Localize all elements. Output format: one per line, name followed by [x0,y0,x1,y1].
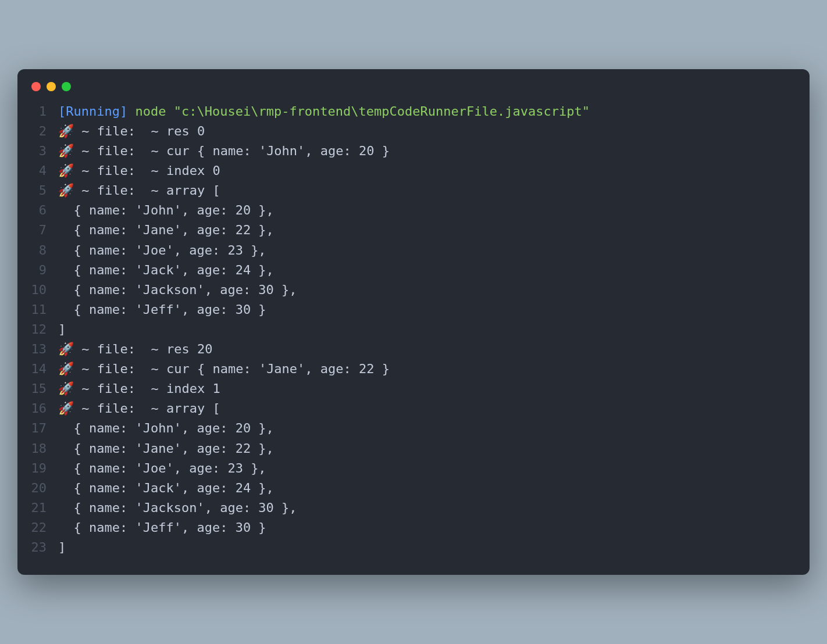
code-line: ] [58,538,590,557]
line-number: 16 [29,399,47,418]
code-line: { name: 'Jane', age: 22 }, [58,439,590,459]
code-line: { name: 'John', age: 20 }, [58,418,590,438]
line-number: 14 [29,359,47,379]
command-name: node [135,104,166,119]
code-line: 🚀 ~ file: ~ res 20 [58,339,590,359]
line-number: 13 [29,339,47,359]
line-number: 9 [29,260,47,280]
code-line: { name: 'John', age: 20 }, [58,201,590,220]
code-line: { name: 'Jack', age: 24 }, [58,478,590,498]
maximize-icon[interactable] [62,82,71,91]
code-line: { name: 'Jeff', age: 30 } [58,300,590,320]
line-number: 1 [29,102,47,121]
code-line: 🚀 ~ file: ~ array [ [58,181,590,201]
line-number: 19 [29,459,47,478]
line-number: 23 [29,538,47,557]
window-controls [17,82,810,102]
line-number: 11 [29,300,47,320]
code-line: 🚀 ~ file: ~ index 1 [58,379,590,399]
code-line: ] [58,320,590,339]
line-number: 6 [29,201,47,220]
line-number: 4 [29,161,47,181]
line-number: 18 [29,439,47,459]
line-number: 10 [29,280,47,300]
code-line: 🚀 ~ file: ~ cur { name: 'Jane', age: 22 … [58,359,590,379]
line-number: 12 [29,320,47,339]
line-number: 8 [29,241,47,260]
line-numbers-gutter: 1234567891011121314151617181920212223 [29,102,58,557]
close-icon[interactable] [31,82,41,91]
line-number: 2 [29,121,47,141]
line-number: 22 [29,518,47,538]
code-line: { name: 'Jackson', age: 30 }, [58,498,590,518]
line-number: 20 [29,478,47,498]
code-line: 🚀 ~ file: ~ array [ [58,399,590,418]
code-line: { name: 'Jane', age: 22 }, [58,220,590,240]
code-line: [Running] node "c:\Housei\rmp-frontend\t… [58,102,590,121]
code-line: { name: 'Joe', age: 23 }, [58,459,590,478]
minimize-icon[interactable] [47,82,56,91]
code-line: 🚀 ~ file: ~ res 0 [58,121,590,141]
code-line: 🚀 ~ file: ~ cur { name: 'John', age: 20 … [58,141,590,161]
command-path: "c:\Housei\rmp-frontend\tempCodeRunnerFi… [174,104,590,119]
terminal-window: 1234567891011121314151617181920212223 [R… [17,69,810,575]
code-line: { name: 'Jack', age: 24 }, [58,260,590,280]
line-number: 3 [29,141,47,161]
line-number: 7 [29,220,47,240]
code-line: { name: 'Joe', age: 23 }, [58,241,590,260]
line-number: 21 [29,498,47,518]
line-number: 17 [29,418,47,438]
running-label: [Running] [58,104,127,119]
line-number: 15 [29,379,47,399]
code-content: [Running] node "c:\Housei\rmp-frontend\t… [58,102,590,557]
code-area: 1234567891011121314151617181920212223 [R… [17,102,810,557]
code-line: 🚀 ~ file: ~ index 0 [58,161,590,181]
code-line: { name: 'Jackson', age: 30 }, [58,280,590,300]
code-line: { name: 'Jeff', age: 30 } [58,518,590,538]
line-number: 5 [29,181,47,201]
